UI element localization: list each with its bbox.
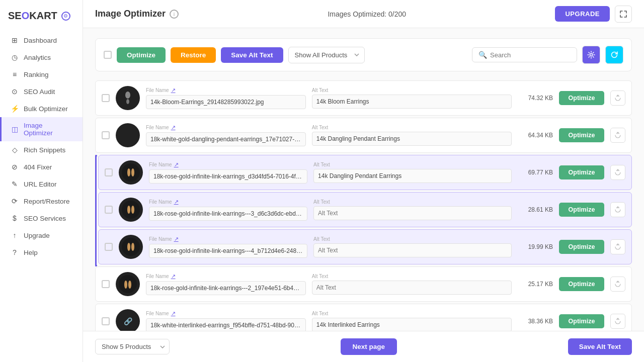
restore-all-button[interactable]: Restore (171, 47, 216, 63)
settings-button[interactable] (582, 46, 600, 64)
file-size-2: 64.34 KB (518, 132, 553, 139)
file-link-4[interactable]: ↗ (174, 199, 179, 205)
restore-row-button-1[interactable] (610, 90, 625, 106)
expand-button[interactable] (615, 6, 632, 23)
restore-row-button-3[interactable] (610, 165, 625, 180)
alt-text-input-4[interactable] (313, 206, 512, 220)
restore-row-button-5[interactable] (610, 239, 625, 254)
search-box: 🔍 (472, 47, 577, 62)
optimize-row-button-7[interactable]: Optimize (559, 314, 604, 328)
alt-section-3: Alt Text (313, 162, 512, 183)
sidebar-item-analytics[interactable]: ◷ Analytics (0, 49, 83, 66)
row-checkbox-1[interactable] (102, 94, 110, 102)
row-checkbox-7[interactable] (102, 317, 110, 325)
ranking-icon: ≡ (11, 70, 19, 78)
sidebar-item-upgrade[interactable]: ↑ Upgrade (0, 227, 83, 244)
sidebar-item-report-restore[interactable]: ⟳ Report/Restore (0, 193, 83, 210)
alt-text-input-6[interactable] (312, 281, 512, 295)
file-name-label: File Name ↗ (146, 87, 306, 94)
file-link-2[interactable]: ↗ (171, 124, 176, 131)
row-checkbox-2[interactable] (102, 131, 110, 139)
alt-text-input-2[interactable] (312, 132, 512, 146)
sidebar-item-ranking[interactable]: ≡ Ranking (0, 66, 83, 83)
file-name-input-4[interactable] (149, 207, 307, 221)
svg-point-21 (124, 281, 127, 289)
logo-settings-icon[interactable]: ⚙ (61, 12, 70, 21)
file-link-3[interactable]: ↗ (174, 161, 179, 168)
file-name-input-6[interactable] (146, 281, 306, 295)
svg-point-20 (119, 275, 137, 293)
restore-row-button-7[interactable] (610, 314, 625, 329)
footer: Show 5 Products Show 10 Products Show 25… (83, 331, 644, 362)
svg-point-22 (128, 281, 131, 289)
sidebar-nav: ⊞ Dashboard ◷ Analytics ≡ Ranking ⊙ SEO … (0, 32, 83, 261)
refresh-button[interactable] (605, 46, 623, 64)
sidebar-item-bulk-optimizer[interactable]: ⚡ Bulk Optimizer (0, 100, 83, 117)
alt-text-input-1[interactable] (312, 95, 512, 109)
search-input[interactable] (490, 51, 571, 59)
row-checkbox-4[interactable] (105, 206, 113, 214)
upgrade-button[interactable]: UPGRADE (555, 6, 610, 22)
table-row: 🔗 File Name ↗ Alt Text 38.36 KB Optimize (95, 304, 632, 331)
row-checkbox-5[interactable] (105, 243, 113, 251)
svg-point-17 (122, 238, 140, 256)
alt-text-input-7[interactable] (312, 318, 512, 331)
restore-row-button-2[interactable] (610, 128, 625, 143)
restore-row-button-4[interactable] (610, 202, 625, 217)
optimize-row-button-2[interactable]: Optimize (559, 128, 604, 142)
show-count-select[interactable]: Show 5 Products Show 10 Products Show 25… (95, 339, 170, 354)
sidebar-item-rich-snippets[interactable]: ◇ Rich Snippets (0, 141, 83, 158)
sidebar-item-404-fixer[interactable]: ⊘ 404 Fixer (0, 158, 83, 175)
sidebar-item-label: SEO Audit (24, 88, 55, 96)
sidebar-item-label: Dashboard (24, 37, 57, 44)
select-all-checkbox[interactable] (104, 51, 112, 59)
content-area: Optimize Restore Save Alt Text Show All … (83, 28, 644, 331)
alt-text-input-3[interactable] (313, 169, 512, 183)
sidebar-item-label: Ranking (24, 71, 49, 78)
save-alt-text-footer-button[interactable]: Save Alt Text (568, 338, 632, 355)
optimize-row-button-3[interactable]: Optimize (559, 165, 604, 179)
file-name-input-1[interactable] (146, 95, 306, 109)
sidebar-item-label: 404 Fixer (24, 163, 52, 171)
svg-point-7 (122, 163, 140, 182)
file-name-input-5[interactable] (149, 244, 307, 258)
optimize-row-button-4[interactable]: Optimize (559, 203, 604, 217)
restore-icon (614, 243, 621, 250)
alt-text-label: Alt Text (312, 87, 512, 93)
file-link-1[interactable]: ↗ (171, 87, 176, 94)
sidebar-item-url-editor[interactable]: ✎ URL Editor (0, 175, 83, 193)
info-icon[interactable]: i (170, 10, 179, 19)
sidebar-item-dashboard[interactable]: ⊞ Dashboard (0, 32, 83, 49)
save-alt-text-button[interactable]: Save Alt Text (221, 47, 283, 63)
optimize-row-button-6[interactable]: Optimize (559, 277, 604, 291)
logo: SEOKART ⚙ (0, 8, 83, 32)
sidebar-item-image-optimizer[interactable]: ◫ Image Optimizer (0, 117, 83, 141)
optimize-row-button-1[interactable]: Optimize (559, 91, 604, 105)
file-name-input-3[interactable] (149, 169, 307, 184)
file-link-6[interactable]: ↗ (171, 273, 176, 280)
product-thumbnail-6 (116, 272, 140, 296)
alt-text-input-5[interactable] (313, 243, 512, 257)
sidebar-item-help[interactable]: ? Help (0, 244, 83, 261)
file-name-input-2[interactable] (146, 132, 306, 146)
optimize-all-button[interactable]: Optimize (117, 47, 166, 63)
sidebar-item-seo-services[interactable]: $ SEO Services (0, 210, 83, 227)
file-name-input-7[interactable] (146, 318, 306, 331)
svg-text:🔗: 🔗 (124, 317, 133, 326)
seo-services-icon: $ (11, 214, 19, 222)
file-link-5[interactable]: ↗ (174, 236, 179, 242)
404-fixer-icon: ⊘ (11, 163, 19, 171)
url-editor-icon: ✎ (11, 180, 19, 188)
restore-row-button-6[interactable] (610, 277, 625, 292)
row-checkbox-3[interactable] (105, 168, 113, 176)
file-section-7: File Name ↗ (146, 310, 306, 331)
show-products-select[interactable]: Show All Products Show 5 Products Show 1… (288, 47, 365, 63)
sidebar-item-seo-audit[interactable]: ⊙ SEO Audit (0, 83, 83, 100)
file-link-7[interactable]: ↗ (171, 310, 176, 317)
optimize-row-button-5[interactable]: Optimize (559, 240, 604, 254)
row-checkbox-6[interactable] (102, 280, 110, 288)
header-left: Image Optimizer i (95, 9, 179, 19)
alt-text-label: Alt Text (312, 311, 512, 316)
next-page-button[interactable]: Next page (341, 338, 397, 355)
sidebar: SEOKART ⚙ ⊞ Dashboard ◷ Analytics ≡ Rank… (0, 0, 83, 362)
